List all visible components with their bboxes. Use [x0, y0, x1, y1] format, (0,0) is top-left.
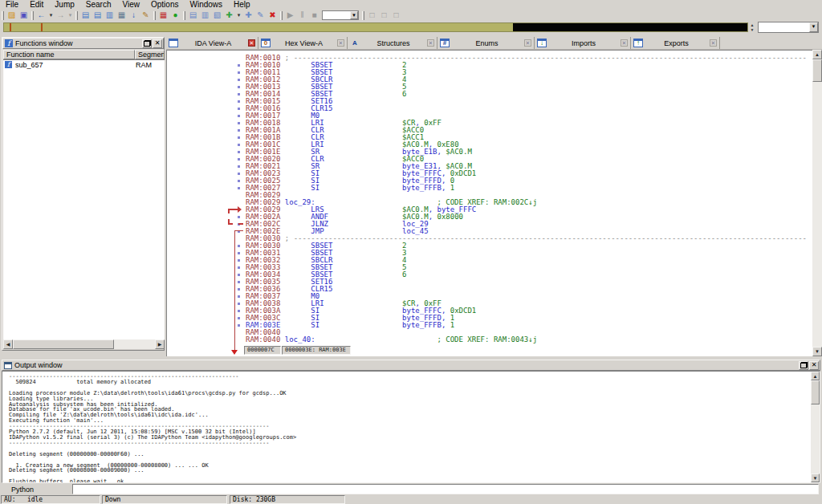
column-header-function-name[interactable]: Function name [3, 50, 135, 59]
edit-colors-icon: ✎ [257, 11, 263, 19]
status-bar: AU: idle Down Disk: 230GB [0, 495, 822, 504]
menu-item-file[interactable]: File [0, 0, 24, 10]
menu-item-edit[interactable]: Edit [24, 0, 49, 10]
jump-arrow-down [234, 230, 235, 351]
output-window-titlebar[interactable]: Output window ✕ [2, 360, 820, 371]
scroll-left-icon[interactable]: ◀ [3, 339, 13, 349]
ida-view-icon [169, 39, 178, 47]
tab-enums[interactable]: #Enums✕ [437, 37, 535, 49]
listing-vertical-scrollbar[interactable]: ▲ ▼ [812, 50, 822, 356]
debugger-target-combobox[interactable]: ▼ [322, 10, 359, 20]
names-window-button[interactable]: ▤ [79, 10, 92, 21]
search-windows-button[interactable]: □ [378, 10, 390, 21]
functions-horizontal-scrollbar[interactable]: ◀ ▶ [3, 339, 165, 349]
menu-bar: FileEditJumpSearchViewOptionsWindowsHelp [0, 0, 822, 10]
binoculars-button[interactable]: ▦ [116, 10, 128, 21]
disassembly-listing[interactable]: RAM:0010 ; -----------------------------… [166, 50, 812, 356]
output-log[interactable]: ----------------------------------------… [2, 371, 820, 483]
python-command-input[interactable] [72, 484, 819, 494]
open-file-button[interactable]: ▨ [6, 10, 18, 21]
scrollbar-thumb[interactable] [812, 59, 822, 82]
debugger-continue-button[interactable]: ▶ [284, 10, 296, 21]
scroll-up-icon[interactable]: ▲ [811, 372, 820, 380]
navigate-back-button[interactable]: ← [35, 10, 47, 21]
debugger-stop-button[interactable]: ■ [308, 10, 320, 21]
menu-item-windows[interactable]: Windows [184, 0, 228, 10]
code-dot-icon [238, 93, 240, 96]
navigate-forward-button[interactable]: → [55, 10, 67, 21]
signatures-window-button[interactable]: ▥ [104, 10, 116, 21]
tab-close-icon[interactable]: ✕ [710, 39, 717, 47]
tab-close-icon[interactable]: ✕ [248, 39, 255, 47]
scrollbar-thumb[interactable] [811, 380, 820, 404]
segments-window-button[interactable]: ▤ [92, 10, 104, 21]
run-script-button[interactable]: ● [169, 10, 181, 21]
navigator-zoom-spinner[interactable]: ▲▼ [749, 22, 755, 32]
tab-label: Enums [450, 39, 524, 47]
set-function-end-button[interactable]: ✚ [242, 10, 254, 21]
menu-item-options[interactable]: Options [145, 0, 184, 10]
tab-close-icon[interactable]: ✕ [337, 39, 344, 47]
code-dot-icon [238, 64, 240, 67]
navigator-band[interactable] [3, 22, 748, 32]
functions-column-header: Function name Segment [3, 50, 165, 59]
tab-ida-view-a[interactable]: IDA View-A✕ [166, 37, 258, 49]
scroll-down-icon[interactable]: ▼ [811, 474, 820, 482]
scrollbar-thumb[interactable] [13, 339, 114, 349]
create-function-button[interactable]: ▧ [211, 10, 223, 21]
forward-history-dropdown[interactable]: ▾ [67, 10, 74, 21]
chevron-down-icon[interactable]: ▼ [809, 22, 818, 32]
edit-colors-button[interactable]: ✎ [254, 10, 267, 21]
code-dot-icon [238, 252, 240, 254]
output-vertical-scrollbar[interactable]: ▲ ▼ [811, 372, 820, 482]
code-dot-icon [238, 295, 240, 298]
cancel-button[interactable]: ✖ [267, 10, 279, 21]
tab-close-icon[interactable]: ✕ [621, 39, 628, 47]
menu-item-help[interactable]: Help [228, 0, 256, 10]
scroll-down-icon[interactable]: ▼ [812, 347, 822, 356]
close-window-button[interactable]: ✕ [153, 39, 162, 48]
tab-exports[interactable]: ↑Exports✕ [631, 37, 720, 49]
structures-icon: A [350, 39, 360, 47]
scroll-up-icon[interactable]: ▲ [812, 50, 822, 59]
column-header-segment[interactable]: Segment [135, 50, 165, 59]
save-file-button[interactable]: ▣ [18, 10, 30, 21]
code-dot-icon [238, 274, 240, 276]
menu-item-view[interactable]: View [117, 0, 146, 10]
tab-close-icon[interactable]: ✕ [427, 39, 434, 47]
jump-address-icon: ↓ [132, 11, 136, 19]
function-row[interactable]: fsub_657RAM [3, 60, 165, 69]
code-dot-icon [238, 310, 240, 312]
edit-segment-button[interactable]: ▥ [199, 10, 211, 21]
tab-hex-view-a[interactable]: 0Hex View-A✕ [258, 37, 348, 49]
back-history-dropdown[interactable]: ▾ [47, 10, 55, 21]
close-window-button[interactable]: □ [390, 10, 402, 21]
chevron-down-icon[interactable]: ▼ [350, 11, 358, 19]
navigation-row: ▲▼ ▼ [0, 21, 822, 34]
tab-close-icon[interactable]: ✕ [524, 39, 531, 47]
listing-line[interactable]: RAM:0040 loc_40: ; CODE XREF: RAM:0043↓j [167, 336, 812, 343]
edit-comment-button[interactable]: ✎ [140, 10, 152, 21]
menu-item-search[interactable]: Search [80, 0, 117, 10]
tab-structures[interactable]: AStructures✕ [348, 37, 437, 49]
autoanalysis-status: AU: idle [1, 495, 100, 504]
graph-view-button[interactable]: ▦ [157, 10, 169, 21]
float-window-button[interactable] [142, 39, 152, 48]
scroll-right-icon[interactable]: ▶ [155, 339, 165, 349]
add-segment-button[interactable]: ▤ [187, 10, 199, 21]
functions-window-titlebar[interactable]: f Functions window ✕ [2, 38, 164, 49]
address-combobox[interactable]: ▼ [758, 22, 819, 33]
close-window-button[interactable]: ✕ [809, 361, 819, 370]
function-dropdown[interactable]: ▾ [235, 10, 242, 21]
debugger-pause-button[interactable]: ‖ [296, 10, 308, 21]
menu-item-jump[interactable]: Jump [49, 0, 79, 10]
python-command-row: Python [0, 483, 822, 495]
jump-address-button[interactable]: ↓ [128, 10, 140, 21]
function-segment: RAM [136, 61, 165, 69]
window-list-button[interactable]: □ [366, 10, 378, 21]
tab-imports[interactable]: ↓Imports✕ [535, 37, 631, 49]
edit-function-button[interactable]: ✚ [223, 10, 235, 21]
debugger-continue-icon: ▶ [287, 11, 294, 19]
exports-icon: ↑ [633, 39, 643, 47]
float-window-button[interactable] [799, 361, 808, 370]
